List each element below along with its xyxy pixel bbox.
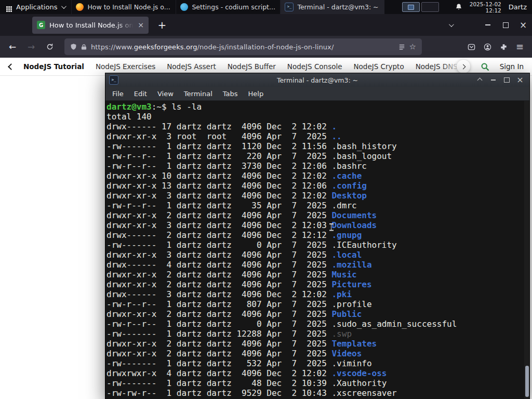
- search-icon[interactable]: [481, 62, 489, 71]
- workspace-2[interactable]: [421, 2, 439, 12]
- terminal-minimize-button[interactable]: [487, 75, 499, 85]
- desktop: Applications How to Install Node.js o...…: [0, 0, 532, 399]
- file-row: drwxr-xr-x 2 dartz dartz 4096 Apr 7 2025…: [107, 270, 523, 280]
- nav-scroll-left-icon[interactable]: [4, 64, 18, 69]
- terminal-scrollbar-thumb[interactable]: [525, 366, 529, 397]
- list-all-tabs-icon[interactable]: [442, 14, 459, 36]
- taskbar-item[interactable]: How to Install Node.js o...: [71, 0, 176, 14]
- terminal-menu-help[interactable]: Help: [243, 90, 269, 98]
- taskbar: How to Install Node.js o...Settings - co…: [71, 0, 384, 14]
- window-minimize-button[interactable]: [479, 14, 497, 36]
- clock-time: 12:12: [470, 7, 501, 14]
- file-row: -rw-r--r-- 1 dartz dartz 3730 Dec 2 12:0…: [107, 161, 523, 171]
- terminal-shade-button[interactable]: [474, 75, 485, 85]
- tab-close-icon[interactable]: ×: [138, 21, 144, 29]
- url-bar[interactable]: https://www.geeksforgeeks.org/node-js/in…: [64, 38, 422, 55]
- gfg-nav-link[interactable]: NodeJS Buffer: [222, 62, 282, 71]
- file-row: drwxrwxr-x 4 dartz dartz 4096 Dec 2 12:0…: [107, 368, 523, 378]
- taskbar-item-title: Settings - codium script...: [192, 3, 275, 11]
- file-row: drwxr-xr-x 2 dartz dartz 4096 Apr 7 2025…: [107, 210, 523, 220]
- notifications-bell-icon[interactable]: [455, 3, 462, 11]
- browser-toolbar: ← → https://www.geeksforgeeks.org/node-j…: [0, 36, 532, 58]
- account-icon[interactable]: [484, 43, 491, 51]
- file-row: -rw-r--r-- 1 dartz dartz 0 Apr 7 2025 .s…: [107, 319, 523, 329]
- workspace-1[interactable]: [402, 2, 420, 12]
- file-row: drwxr-xr-x 2 dartz dartz 4096 Apr 7 2025…: [107, 280, 523, 289]
- tab-title: How to Install Node.js on: [49, 21, 134, 29]
- terminal-menu-tabs[interactable]: Tabs: [218, 90, 243, 98]
- terminal-close-button[interactable]: ×: [514, 75, 526, 85]
- panel-right: 2025-12-02 12:12 Dartz: [455, 0, 532, 14]
- file-row: -rw------- 1 dartz dartz 48 Dec 2 10:39 …: [107, 378, 523, 388]
- taskbar-item[interactable]: >_Terminal - dartz@vm3: ~: [280, 0, 384, 14]
- extensions-puzzle-icon[interactable]: [500, 43, 508, 51]
- file-row: -rw------- 1 dartz dartz 532 Apr 7 2025 …: [107, 358, 523, 368]
- file-row: drwxr-xr-x 2 dartz dartz 4096 Apr 7 2025…: [107, 339, 523, 349]
- firefox-icon: [76, 3, 84, 11]
- file-row: drwx------ 3 dartz dartz 4096 Dec 2 12:0…: [107, 289, 523, 299]
- tabbar-right: ×: [442, 14, 532, 36]
- file-row: drwxr-xr-x 3 root root 4096 Apr 7 2025 .…: [107, 131, 523, 141]
- file-row: -rw-r--r-- 1 dartz dartz 35 Apr 7 2025 .…: [107, 201, 523, 210]
- terminal-titlebar[interactable]: >_ Terminal - dartz@vm3: ~ ×: [105, 73, 529, 87]
- gfg-nav-link[interactable]: NodeJS Console: [282, 62, 348, 71]
- reader-mode-icon[interactable]: [398, 44, 405, 50]
- file-row: drwxr-xr-x 2 dartz dartz 4096 Apr 7 2025…: [107, 349, 523, 358]
- browser-tab[interactable]: G How to Install Node.js on ×: [32, 17, 149, 34]
- back-button[interactable]: ←: [4, 38, 21, 55]
- file-row: drwxr-xr-x 3 dartz dartz 4096 Dec 2 12:0…: [107, 220, 523, 230]
- shield-icon[interactable]: [70, 43, 77, 50]
- terminal-menu-edit[interactable]: Edit: [129, 90, 152, 98]
- applications-label: Applications: [16, 3, 57, 11]
- file-row: drwxr-xr-x 10 dartz dartz 4096 Dec 2 12:…: [107, 171, 523, 181]
- site-favicon: G: [37, 21, 45, 29]
- gfg-nav-link[interactable]: NodeJS Assert: [161, 62, 222, 71]
- terminal-window: >_ Terminal - dartz@vm3: ~ × FileEditVie…: [105, 73, 530, 399]
- menu-hamburger-icon[interactable]: ≡: [516, 42, 524, 51]
- file-row: -rw-rw-r-- 1 dartz dartz 9529 Dec 2 10:4…: [107, 388, 523, 398]
- reload-button[interactable]: [42, 38, 58, 55]
- file-row: -rw------- 1 dartz dartz 1120 Dec 2 11:5…: [107, 141, 523, 151]
- sign-in-button[interactable]: Sign In: [500, 62, 524, 71]
- new-tab-button[interactable]: +: [155, 19, 169, 31]
- terminal-title: Terminal - dartz@vm3: ~: [105, 76, 529, 84]
- workspace-switcher: [402, 0, 439, 14]
- lock-icon[interactable]: [81, 44, 87, 50]
- file-row: -rw-r--r-- 1 dartz dartz 807 Apr 7 2025 …: [107, 299, 523, 309]
- gfg-nav-link[interactable]: NodeJS Tutorial: [18, 62, 90, 71]
- bookmark-star-icon[interactable]: ☆: [409, 42, 416, 51]
- pocket-icon[interactable]: [468, 43, 475, 51]
- file-row: -rw------- 1 dartz dartz 12288 Apr 7 202…: [107, 329, 523, 339]
- forward-button[interactable]: →: [23, 38, 39, 55]
- terminal-menu-view[interactable]: View: [152, 90, 179, 98]
- window-close-button[interactable]: ×: [514, 14, 532, 36]
- terminal-scrollbar[interactable]: [524, 101, 529, 399]
- total-line: total 140: [107, 112, 523, 122]
- file-row: drwxr-xr-x 3 dartz dartz 4096 Dec 2 12:0…: [107, 191, 523, 201]
- terminal-menu-file[interactable]: File: [107, 90, 129, 98]
- applications-grid-icon: [6, 6, 8, 8]
- nav-scroll-right-icon[interactable]: [457, 60, 470, 73]
- taskbar-item-title: How to Install Node.js o...: [87, 3, 170, 11]
- clock[interactable]: 2025-12-02 12:12: [470, 1, 501, 14]
- gfg-nav-link[interactable]: NodeJS Exercises: [90, 62, 161, 71]
- chevron-down-icon: [61, 4, 66, 9]
- file-row: drwxr-xr-x 3 dartz dartz 4096 Apr 7 2025…: [107, 250, 523, 260]
- taskbar-item-title: Terminal - dartz@vm3: ~: [297, 3, 378, 11]
- applications-menu[interactable]: Applications: [0, 0, 71, 14]
- gfg-nav-link[interactable]: NodeJS Crypto: [348, 62, 410, 71]
- top-panel: Applications How to Install Node.js o...…: [0, 0, 532, 14]
- window-maximize-button[interactable]: [497, 14, 514, 36]
- terminal-maximize-button[interactable]: [501, 75, 512, 85]
- codium-icon: [180, 3, 188, 11]
- terminal-body[interactable]: dartz@vm3:~$ ls -latotal 140drwx------ 1…: [105, 101, 529, 399]
- terminal-menubar: FileEditViewTerminalTabsHelp: [105, 87, 529, 101]
- user-label[interactable]: Dartz: [509, 3, 527, 11]
- taskbar-item[interactable]: Settings - codium script...: [176, 0, 280, 14]
- terminal-menu-terminal[interactable]: Terminal: [179, 90, 218, 98]
- terminal-icon: >_: [285, 3, 294, 11]
- terminal-output: dartz@vm3:~$ ls -latotal 140drwx------ 1…: [107, 102, 523, 398]
- mini-window-icon: [408, 5, 414, 10]
- tab-bar: G How to Install Node.js on × + ×: [0, 14, 532, 36]
- file-row: -rw------- 1 dartz dartz 0 Apr 7 2025 .I…: [107, 240, 523, 250]
